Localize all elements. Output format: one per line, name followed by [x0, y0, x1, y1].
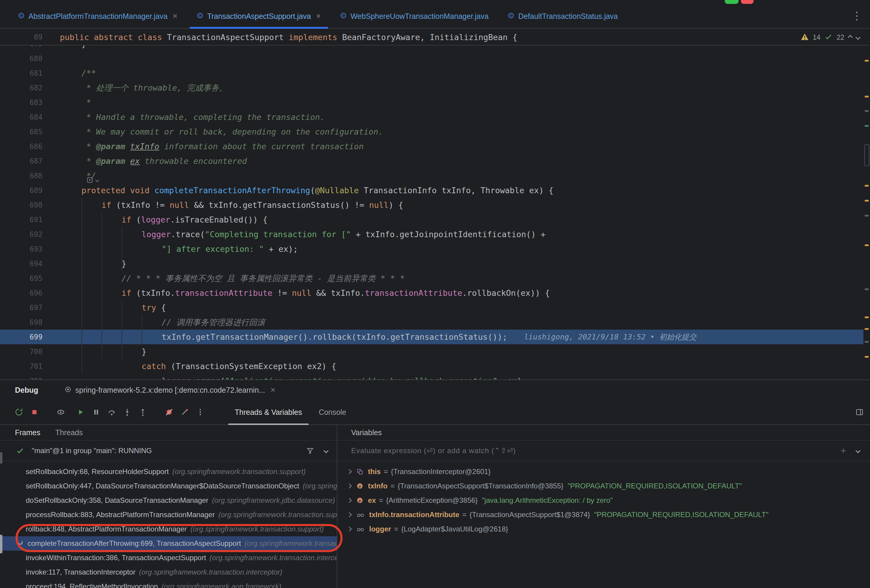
line-number[interactable]: 702 [0, 377, 60, 380]
resume-icon[interactable] [76, 408, 85, 417]
chevron-down-icon[interactable] [324, 448, 329, 453]
frame-row[interactable]: proceed:194, ReflectiveMethodInvocation(… [0, 579, 337, 588]
line-number[interactable]: 701 [0, 362, 60, 371]
code-line[interactable]: 699txInfo.getTransactionManager().rollba… [0, 330, 863, 344]
line-number[interactable]: 687 [0, 157, 60, 165]
next-problem-icon[interactable] [856, 35, 861, 40]
line-number[interactable]: 686 [0, 143, 60, 151]
close-icon[interactable]: × [270, 386, 275, 394]
frame-row[interactable]: rollback:848, AbstractPlatformTransactio… [0, 522, 337, 536]
line-number[interactable]: 697 [0, 304, 60, 312]
frame-row[interactable]: doSetRollbackOnly:358, DataSourceTransac… [0, 493, 337, 508]
expand-chevron-icon[interactable] [347, 512, 352, 517]
code-line[interactable]: 695// * * * 事务属性不为空 且 事务属性回滚异常类 - 是当前异常类… [0, 271, 863, 286]
code-line[interactable]: 698// 调用事务管理器进行回滚 [0, 315, 863, 330]
code-line[interactable]: 686 * @param txInfo information about th… [0, 139, 863, 154]
error-stripe-mark[interactable] [865, 341, 869, 343]
line-number[interactable]: 680 [0, 55, 60, 63]
code-line[interactable]: 683 * [0, 95, 863, 110]
code-line[interactable]: 691if (logger.isTraceEnabled()) { [0, 212, 863, 227]
code-line[interactable]: 680 [0, 51, 863, 66]
pause-icon[interactable] [92, 408, 101, 417]
step-over-icon[interactable] [107, 408, 116, 417]
error-stripe-mark[interactable] [865, 60, 869, 62]
tab-frames[interactable]: Frames [15, 428, 40, 437]
add-watch-icon[interactable] [839, 447, 847, 454]
line-number[interactable]: 683 [0, 98, 60, 107]
step-into-icon[interactable] [123, 408, 132, 417]
frame-row[interactable]: setRollbackOnly:447, DataSourceTransacti… [0, 479, 337, 493]
variable-row[interactable]: ptxInfo={TransactionAspectSupport$Transa… [337, 479, 870, 493]
error-stripe-mark[interactable] [865, 185, 869, 187]
error-stripe-mark[interactable] [865, 356, 869, 358]
line-number[interactable]: 695 [0, 274, 60, 283]
line-number[interactable]: 688 [0, 172, 60, 180]
frame-row[interactable]: completeTransactionAfterThrowing:699, Tr… [0, 536, 337, 551]
rerun-icon[interactable] [14, 408, 23, 417]
error-stripe-mark[interactable] [865, 125, 869, 127]
line-number[interactable]: 696 [0, 289, 60, 297]
code-line[interactable]: 685 * We may commit or roll back, depend… [0, 125, 863, 139]
frame-row[interactable]: invokeWithinTransaction:386, Transaction… [0, 551, 337, 565]
frame-row[interactable]: setRollbackOnly:68, ResourceHolderSuppor… [0, 465, 337, 479]
inlay-hint-icon[interactable] [86, 177, 98, 184]
code-editor[interactable]: 679}680681/**682 * 处理一个 throwable, 完成事务。… [0, 46, 870, 380]
code-line[interactable]: 702logger.error("Application exception o… [0, 374, 863, 380]
frame-row[interactable]: processRollback:883, AbstractPlatformTra… [0, 508, 337, 522]
debug-session-tab[interactable]: spring-framework-5.2.x:demo [:demo:cn.co… [65, 386, 276, 395]
expand-chevron-icon[interactable] [347, 469, 352, 474]
chevron-down-icon[interactable] [856, 448, 861, 453]
more-icon[interactable] [196, 408, 205, 417]
variable-row[interactable]: this={TransactionInterceptor@2601} [337, 465, 870, 479]
layout-settings-icon[interactable] [855, 408, 864, 417]
line-number[interactable]: 700 [0, 347, 60, 356]
pencil-slash-icon[interactable] [180, 408, 189, 417]
error-stripe-mark[interactable] [865, 215, 869, 217]
prev-problem-icon[interactable] [848, 35, 853, 40]
error-stripe-mark[interactable] [865, 316, 869, 318]
sticky-header-line[interactable]: 89 public abstract class TransactionAspe… [0, 29, 870, 46]
evaluate-expression-input[interactable]: Evaluate expression (⏎) or add a watch (… [337, 441, 870, 462]
line-number[interactable]: 692 [0, 230, 60, 239]
code-line[interactable]: 700} [0, 344, 863, 359]
inspections-widget[interactable]: 14 22 [801, 29, 860, 46]
error-stripe-mark[interactable] [865, 110, 869, 112]
more-options-icon[interactable]: ⋮ [851, 10, 862, 22]
line-number[interactable]: 698 [0, 318, 60, 327]
error-stripe-mark[interactable] [865, 288, 869, 290]
eye-icon[interactable] [56, 408, 65, 417]
variable-row[interactable]: txInfo.transactionAttribute={Transaction… [337, 508, 870, 522]
error-stripe-mark[interactable] [865, 244, 869, 246]
line-number[interactable]: 684 [0, 113, 60, 122]
stop-icon[interactable] [30, 408, 39, 417]
line-number[interactable]: 681 [0, 69, 60, 77]
editor-tab[interactable]: CDefaultTransactionStatus.java [498, 4, 627, 28]
code-line[interactable]: 682 * 处理一个 throwable, 完成事务。 [0, 80, 863, 95]
code-line[interactable]: 701catch (TransactionSystemException ex2… [0, 359, 863, 374]
tab-threads-variables[interactable]: Threads & Variables [226, 400, 310, 425]
line-number[interactable]: 694 [0, 260, 60, 268]
line-number[interactable]: 689 [0, 186, 60, 195]
error-stripe-mark[interactable] [865, 200, 869, 202]
code-line[interactable]: 693"] after exception: " + ex); [0, 242, 863, 256]
variable-row[interactable]: logger={LogAdapter$JavaUtilLog@2618} [337, 522, 870, 536]
code-line[interactable]: 690if (txInfo != null && txInfo.getTrans… [0, 198, 863, 212]
editor-tab[interactable]: CAbstractPlatformTransactionManager.java… [8, 4, 187, 28]
code-line[interactable]: 696if (txInfo.transactionAttribute != nu… [0, 286, 863, 300]
line-number[interactable]: 693 [0, 245, 60, 253]
code-line[interactable]: 684 * Handle a throwable, completing the… [0, 110, 863, 125]
expand-chevron-icon[interactable] [347, 527, 352, 532]
window-button-red[interactable] [741, 0, 754, 4]
code-line[interactable]: 692logger.trace("Completing transaction … [0, 227, 863, 242]
frame-row[interactable]: invoke:117, TransactionInterceptor(org.s… [0, 565, 337, 579]
thread-selector[interactable]: "main"@1 in group "main": RUNNING [0, 441, 337, 462]
line-number[interactable]: 685 [0, 128, 60, 136]
line-number[interactable]: 682 [0, 84, 60, 92]
code-line[interactable]: 688 */ [0, 168, 863, 183]
tab-console[interactable]: Console [310, 400, 355, 425]
scrollbar-thumb[interactable] [864, 144, 869, 166]
error-stripe-mark[interactable] [865, 96, 869, 98]
variable-row[interactable]: pex={ArithmeticException@3856}"java.lang… [337, 493, 870, 508]
code-line[interactable]: 689protected void completeTransactionAft… [0, 183, 863, 198]
expand-chevron-icon[interactable] [347, 484, 352, 489]
